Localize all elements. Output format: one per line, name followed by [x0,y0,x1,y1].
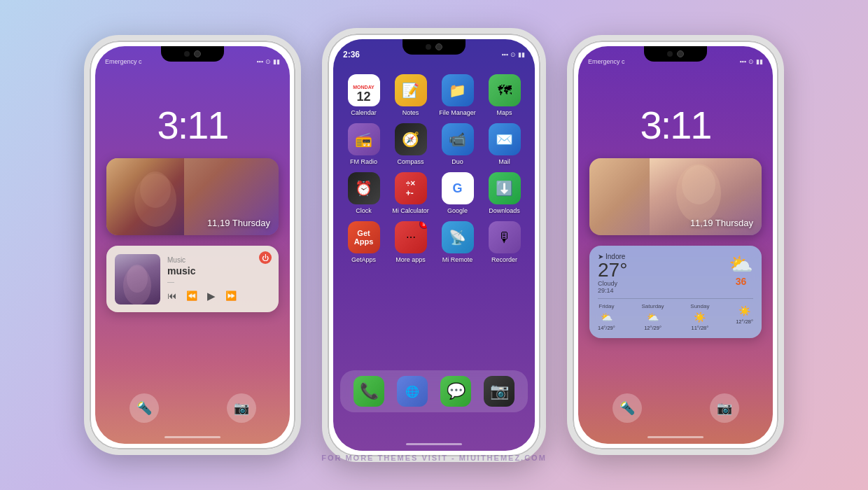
prev-button[interactable]: ⏪ [186,290,197,301]
downloads-icon[interactable]: ⬇️ [489,172,521,204]
weather-left: ➤ Indore 27° Cloudy 29:14 [598,253,627,294]
status-right-3: ▪▪▪ ⊙ ▮▮ [739,58,763,65]
dock-messages[interactable]: 💬 [440,376,471,407]
friday-label: Friday [598,303,614,309]
forecast-sunday: Sunday ☀️ 11°/28° [690,303,709,331]
clock-icon[interactable]: ⏰ [348,172,380,204]
photo-date-widget-3: 11,19 Thursday [589,158,762,235]
app-more[interactable]: 8 ⋯ More apps [389,221,433,263]
saturday-label: Saturday [642,303,664,309]
app-recorder[interactable]: 🎙 Recorder [483,221,526,263]
signal-icon-3: ▪▪▪ [739,58,746,65]
flashlight-button-3[interactable]: 🔦 [612,393,642,423]
app-compass-label: Compass [397,158,424,165]
face-id-sensor [194,50,201,57]
wifi-icon-3: ⊙ [748,58,754,65]
sunday-icon: ☀️ [694,312,706,323]
cal-day-label: Monday [353,85,374,90]
front-camera-3 [667,51,673,57]
app-maps[interactable]: 🗺 Maps [483,74,526,116]
app-notes[interactable]: 📝 Notes [389,74,433,116]
google-icon[interactable]: G [442,172,474,204]
camera-button-3[interactable]: 📷 [710,393,739,423]
app-calc-label: Mi Calculator [392,207,429,214]
music-power-icon[interactable]: ⏻ [259,251,272,264]
mail-icon[interactable]: ✉️ [489,123,521,155]
getapps-icon[interactable]: GetApps [348,221,380,253]
bottom-controls: 🔦 📷 [95,393,290,423]
camera-button[interactable]: 📷 [227,393,256,423]
saturday-icon: ⛅ [647,312,659,323]
more-icon[interactable]: 8 ⋯ [395,221,427,253]
lock-time: 3:11 [95,102,290,148]
battery-icon-2: ▮▮ [518,51,525,58]
duo-icon[interactable]: 📹 [442,123,474,155]
music-widget[interactable]: Music music — ⏮ ⏪ ▶ ⏩ ⏻ [106,246,279,312]
weather-high-temp: 36 [736,276,747,287]
home-indicator-2 [406,443,462,445]
app-files[interactable]: 📁 File Manager [436,74,479,116]
face-id-sensor-2 [435,43,442,50]
app-row-2: 📻 FM Radio 🧭 Compass 📹 Duo ✉️ Mail [340,123,528,165]
play-button[interactable]: ▶ [207,290,216,302]
forecast-friday: Friday ⛅ 14°/29° [598,303,615,331]
app-row-4: GetApps GetApps 8 ⋯ More apps 📡 Mi Remot… [340,221,528,263]
app-downloads[interactable]: ⬇️ Downloads [483,172,526,214]
app-row-3: ⏰ Clock ÷×+- Mi Calculator G Google ⬇️ D… [340,172,528,214]
dock-phone[interactable]: 📞 [354,376,384,407]
svg-point-3 [127,265,148,293]
weather-divider [598,298,753,299]
app-radio[interactable]: 📻 FM Radio [342,123,386,165]
dock-camera[interactable]: 📷 [484,376,514,407]
flashlight-button[interactable]: 🔦 [130,393,159,423]
app-google[interactable]: G Google [436,172,479,214]
app-notes-label: Notes [402,109,419,116]
photo-date-widget: 11,19 Thursday [106,158,279,235]
phone-2-frame: 2:36 ▪▪▪ ⊙ ▮▮ Monday12 Calendar [322,28,546,462]
dock: 📞 🌐 💬 📷 [340,370,528,412]
monday-icon: ☀️ [738,305,750,316]
app-compass[interactable]: 🧭 Compass [389,123,433,165]
emergency-label-3: Emergency c [588,58,625,65]
notch-2 [402,39,465,55]
notes-icon[interactable]: 📝 [395,74,427,106]
face-id-sensor-3 [677,50,684,57]
rewind-button[interactable]: ⏮ [167,290,176,301]
app-calendar[interactable]: Monday12 Calendar [342,74,386,116]
weather-right: ⛅ 36 [729,253,753,287]
app-more-label: More apps [396,256,426,263]
forecast-saturday: Saturday ⛅ 12°/29° [642,303,664,331]
monday-temps: 12°/28° [736,318,753,325]
maps-icon[interactable]: 🗺 [489,74,521,106]
files-icon[interactable]: 📁 [442,74,474,106]
forecast-monday: ☀️ 12°/28° [736,303,753,331]
phone-3-screen: Emergency c ▪▪▪ ⊙ ▮▮ 3:11 [578,46,773,444]
phone-1-frame: Emergency c ▪▪▪ ⊙ ▮▮ 3:11 1 [84,35,301,455]
recorder-icon[interactable]: 🎙 [489,221,521,253]
music-controls[interactable]: ⏮ ⏪ ▶ ⏩ [167,290,270,302]
signal-icon: ▪▪▪ [256,58,263,65]
battery-icon-3: ▮▮ [756,58,763,65]
calc-icon[interactable]: ÷×+- [395,172,427,204]
dock-browser[interactable]: 🌐 [397,376,428,407]
bottom-controls-3: 🔦 📷 [578,393,773,423]
compass-icon[interactable]: 🧭 [395,123,427,155]
app-mail[interactable]: ✉️ Mail [483,123,526,165]
phone-3: Emergency c ▪▪▪ ⊙ ▮▮ 3:11 [567,35,784,455]
wifi-icon: ⊙ [265,58,271,65]
next-button[interactable]: ⏩ [225,290,237,301]
app-getapps[interactable]: GetApps GetApps [342,221,386,263]
home-indicator [164,436,220,438]
cal-date-label: 12 [353,90,374,103]
app-duo[interactable]: 📹 Duo [436,123,479,165]
calendar-icon[interactable]: Monday12 [348,74,380,106]
radio-icon[interactable]: 📻 [348,123,380,155]
phone-1-screen: Emergency c ▪▪▪ ⊙ ▮▮ 3:11 1 [95,46,290,444]
app-miremote[interactable]: 📡 Mi Remote [436,221,479,263]
app-calc[interactable]: ÷×+- Mi Calculator [389,172,433,214]
phone-3-frame: Emergency c ▪▪▪ ⊙ ▮▮ 3:11 [567,35,784,455]
home-indicator-3 [648,436,704,438]
miremote-icon[interactable]: 📡 [442,221,474,253]
app-row-1: Monday12 Calendar 📝 Notes 📁 File Manager… [340,74,528,116]
app-clock[interactable]: ⏰ Clock [342,172,386,214]
